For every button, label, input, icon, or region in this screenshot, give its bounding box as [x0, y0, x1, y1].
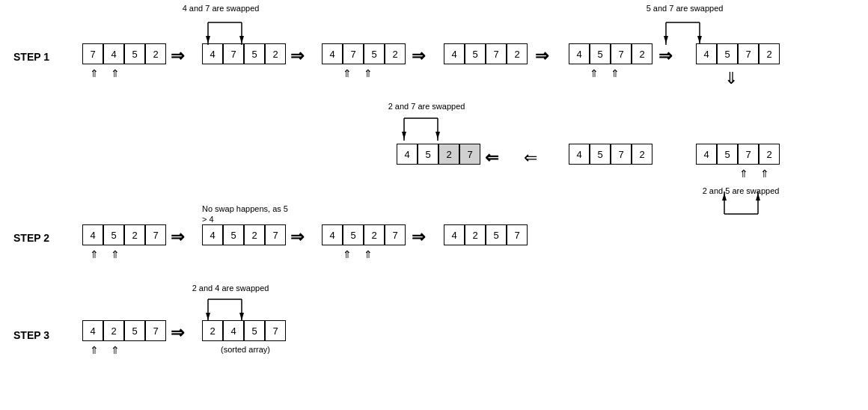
cell: 7 [385, 224, 406, 245]
up-arrow: ⇑ [111, 248, 120, 260]
cell: 2 [124, 224, 145, 245]
up-arrow: ⇑ [364, 248, 373, 260]
swap-bracket-3 [397, 111, 449, 142]
cell: 7 [82, 43, 103, 64]
cell: 7 [611, 43, 632, 64]
ann6: 2 and 4 are swapped [186, 283, 275, 293]
cell: 2 [265, 43, 286, 64]
step1-array1: 7 4 5 2 [82, 43, 166, 64]
cell: 4 [202, 224, 223, 245]
step3-label: STEP 3 [13, 329, 49, 341]
cell: 7 [265, 320, 286, 341]
step3-array2: 2 4 5 7 [202, 320, 286, 341]
cell: 4 [696, 144, 717, 165]
cell: 4 [322, 43, 343, 64]
cell: 7 [223, 43, 244, 64]
step1-array4: 4 5 7 2 [444, 43, 528, 64]
cell: 2 [759, 43, 780, 64]
step1-array8: 4 5 7 2 [696, 144, 780, 165]
ann2: 5 and 7 are swapped [644, 3, 726, 13]
step1-array9: 4 5 7 2 [569, 144, 652, 165]
cell: 7 [265, 224, 286, 245]
cell: 7 [486, 43, 507, 64]
cell: 7 [459, 144, 480, 165]
cell: 5 [590, 144, 611, 165]
cell: 5 [343, 224, 364, 245]
cell: 4 [82, 320, 103, 341]
cell: 2 [465, 224, 486, 245]
cell: 7 [343, 43, 364, 64]
cell: 2 [438, 144, 459, 165]
step2-array2: 4 5 2 7 [202, 224, 286, 245]
cell: 2 [103, 320, 124, 341]
step1-array6: 4 5 7 2 [696, 43, 780, 64]
cell: 2 [632, 43, 652, 64]
ann1: 4 and 7 are swapped [180, 3, 262, 13]
cell: 5 [418, 144, 438, 165]
cell: 5 [223, 224, 244, 245]
cell: 2 [145, 43, 166, 64]
arrow-right: ⇒ [171, 46, 184, 66]
cell: 5 [717, 144, 738, 165]
cell: 4 [569, 144, 590, 165]
cell: 2 [632, 144, 652, 165]
diagram: STEP 1 7 4 5 2 ⇑ ⇑ ⇒ 4 7 5 2 4 and 7 are… [0, 0, 868, 410]
svg-marker-13 [402, 132, 406, 139]
cell: 5 [124, 320, 145, 341]
up-arrow: ⇑ [739, 168, 748, 180]
arrow-down: ⇓ [724, 69, 738, 88]
cell: 4 [444, 224, 465, 245]
cell: 5 [590, 43, 611, 64]
cell: 2 [759, 144, 780, 165]
up-arrow: ⇑ [611, 67, 620, 79]
svg-marker-9 [697, 36, 702, 43]
ann4: No swap happens, as 5 > 4 [202, 204, 292, 225]
cell: 2 [385, 43, 406, 64]
arrow-left2: ⇐ [524, 148, 537, 168]
arrow-left: ⇐ [485, 148, 498, 168]
step1-array3: 4 7 5 2 [322, 43, 406, 64]
cell: 7 [738, 144, 759, 165]
svg-marker-8 [664, 36, 668, 43]
cell: 4 [322, 224, 343, 245]
arrow-right: ⇒ [412, 227, 425, 247]
cell: 5 [244, 320, 265, 341]
step2-array4: 4 2 5 7 [444, 224, 528, 245]
step1-array2: 4 7 5 2 [202, 43, 286, 64]
svg-marker-23 [206, 313, 210, 320]
step2-array1: 4 5 2 7 [82, 224, 166, 245]
arrow-right: ⇒ [171, 227, 184, 247]
up-arrow: ⇑ [343, 248, 352, 260]
cell: 7 [738, 43, 759, 64]
cell: 4 [223, 320, 244, 341]
cell: 4 [202, 43, 223, 64]
svg-marker-24 [239, 313, 244, 320]
up-arrow: ⇑ [90, 248, 99, 260]
cell: 4 [569, 43, 590, 64]
cell: 5 [486, 224, 507, 245]
sorted-label: (sorted array) [201, 344, 290, 355]
svg-marker-14 [435, 132, 440, 139]
arrow-right: ⇒ [412, 46, 425, 66]
cell: 4 [103, 43, 124, 64]
up-arrow: ⇑ [590, 67, 599, 79]
arrow-right: ⇒ [290, 46, 304, 66]
cell: 4 [696, 43, 717, 64]
svg-marker-4 [239, 36, 244, 43]
svg-marker-3 [206, 36, 210, 43]
step2-label: STEP 2 [13, 232, 49, 244]
cell: 2 [507, 43, 528, 64]
cell: 2 [244, 224, 265, 245]
up-arrow: ⇑ [364, 67, 373, 79]
cell: 2 [364, 224, 385, 245]
step1-array5: 4 5 7 2 [569, 43, 652, 64]
cell: 7 [611, 144, 632, 165]
cell: 5 [244, 43, 265, 64]
cell: 5 [364, 43, 385, 64]
up-arrow: ⇑ [111, 67, 120, 79]
cell: 4 [397, 144, 418, 165]
arrow-right: ⇒ [535, 46, 548, 66]
cell: 5 [124, 43, 145, 64]
cell: 5 [465, 43, 486, 64]
swap-bracket-2 [658, 15, 711, 46]
